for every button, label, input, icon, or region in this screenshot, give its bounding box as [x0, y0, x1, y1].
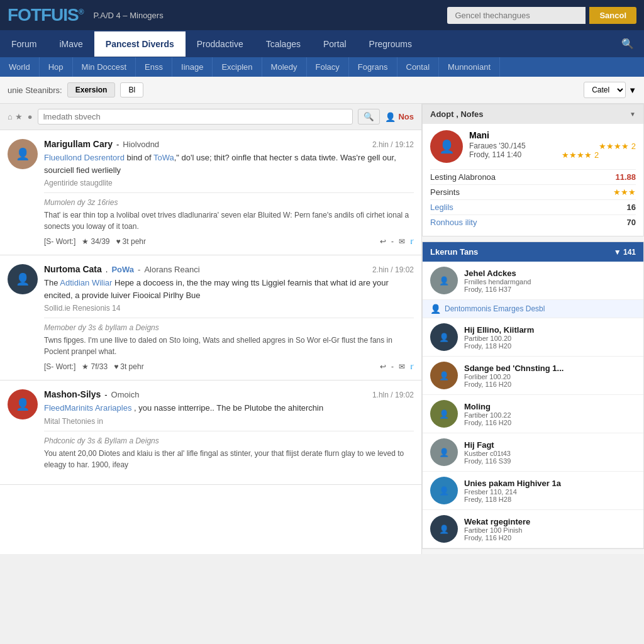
email-icon[interactable]: ✉ — [399, 237, 405, 246]
person-5-info: Hij Fagt Kustber c01t43 Frody, 116 S39 — [464, 440, 636, 465]
filter-exersion-button[interactable]: Exersion — [67, 82, 116, 97]
person-2-name: Hij Ellino, Kiitlarm — [464, 325, 636, 335]
person-7-info: Wekat rgegintere Fartiber 100 Pinish Fro… — [464, 517, 636, 541]
post-3-location: Omoich — [111, 390, 140, 399]
person-7-detail1: Fartiber 100 Pinish — [464, 526, 636, 534]
subnav-munnoniant[interactable]: Munnoniant — [439, 57, 500, 77]
feed-search-input[interactable] — [38, 109, 353, 125]
star-icon[interactable]: ★ — [15, 112, 23, 121]
subnav-min-doccest[interactable]: Min Doccest — [73, 57, 136, 77]
reply-icon[interactable]: ↩ — [380, 237, 386, 246]
feed-search-button[interactable]: 🔍 — [358, 109, 380, 125]
person-2-detail2: Frody, 118 H20 — [464, 342, 636, 350]
main-feed: ⌂ ★ ● 🔍 👤 Nos 👤 Marigullam Cary - Hiolvo… — [0, 104, 421, 554]
person-item-7[interactable]: 👤 Wekat rgegintere Fartiber 100 Pinish F… — [423, 510, 643, 548]
stat-label-2: Persints — [430, 187, 460, 197]
person-icon: 👤 — [385, 112, 396, 122]
search-icon[interactable]: 🔍 — [611, 30, 644, 57]
stat-link-ronhous[interactable]: Ronhous ility — [430, 218, 477, 227]
nav-item-pancest[interactable]: Pancest Diverds — [94, 31, 186, 57]
subnav-iinage[interactable]: Iinage — [172, 57, 213, 77]
filter-bar: unie Steanibrs: Exersion Bl Catel ▼ — [0, 77, 644, 104]
reply-icon-2[interactable]: ↩ — [380, 362, 386, 371]
subnav-enss[interactable]: Enss — [136, 57, 172, 77]
person-7-avatar: 👤 — [430, 515, 458, 543]
post-1-towa-link[interactable]: ToWa — [153, 153, 174, 162]
lkerun-header: Lkerun Tans ▼ 141 — [423, 242, 643, 262]
post-1-action-right: ↩ - ✉ 𝕣 — [380, 237, 414, 246]
nav-item-tcalages[interactable]: Tcalages — [255, 31, 312, 57]
post-1-separator: - — [116, 140, 119, 149]
adopt-dropdown-icon[interactable]: ▼ — [630, 111, 636, 118]
subnav-fograns[interactable]: Fograns — [349, 57, 397, 77]
person-item-1[interactable]: 👤 Jehel Adckes Frnilles hendarmgand Frod… — [423, 262, 643, 300]
post-3-meta: Phdconic dy 3s & Byllam a Deigns — [44, 436, 414, 445]
subnav-contal[interactable]: Contal — [397, 57, 440, 77]
sub-nav: World Hop Min Doccest Enss Iinage Excipl… — [0, 57, 644, 77]
post-1-heart-count: ♥ 3t pehr — [116, 237, 145, 246]
nav-item-pregroums[interactable]: Pregroums — [358, 31, 423, 57]
post-3-text: FleedMarinits Arariaples , you nasse int… — [44, 402, 414, 414]
adopt-notes-body: 👤 Mani Faraues '30./145 ★★★★ 2 Frody, 11… — [423, 124, 643, 236]
email-icon-2[interactable]: ✉ — [399, 362, 405, 371]
adopt-notes-header: Adopt , Nofes ▼ — [423, 104, 643, 124]
dash-icon: - — [391, 237, 394, 246]
dentom-row: 👤 Dentommonis Emarges Desbl — [423, 300, 643, 318]
person-1-detail1: Frnilles hendarmgand — [464, 278, 636, 286]
person-3-name: Sdange bed 'Chnsting 1... — [464, 364, 636, 373]
adopt-name: Mani — [469, 130, 636, 140]
person-6-avatar: 👤 — [430, 477, 458, 504]
person-item-2[interactable]: 👤 Hij Ellino, Kiitlarm Partiber 100.20 F… — [423, 318, 643, 357]
person-5-detail1: Kustber c01t43 — [464, 450, 636, 457]
person-3-detail1: Forliber 100.20 — [464, 373, 636, 380]
person-item-6[interactable]: 👤 Unies pakam Highiver 1a Fresber 110, 2… — [423, 472, 643, 510]
post-1-text-link[interactable]: Flueullond Desrentord — [44, 153, 125, 162]
stat-row-4: Ronhous ility 70 — [430, 214, 636, 230]
person-item-5[interactable]: 👤 Hij Fagt Kustber c01t43 Frody, 116 S39 — [423, 433, 643, 472]
post-2-group[interactable]: PoWa — [111, 265, 134, 274]
catel-select[interactable]: Catel — [584, 82, 626, 98]
adopt-detail1: Faraues '30./145 ★★★★ 2 — [469, 142, 636, 150]
stat-row-2: Persints ★★★ — [430, 184, 636, 199]
subnav-exciplen[interactable]: Exciplen — [213, 57, 262, 77]
content-wrapper: ⌂ ★ ● 🔍 👤 Nos 👤 Marigullam Cary - Hiolvo… — [0, 104, 644, 554]
home-icon[interactable]: ⌂ — [8, 112, 13, 121]
header-search-button[interactable]: Sancol — [589, 7, 636, 24]
person-3-avatar: 👤 — [430, 362, 458, 389]
stars-1: ★★★★ 2 — [599, 142, 636, 151]
nav-item-proddactive[interactable]: Proddactive — [186, 31, 255, 57]
row-icons: ⌂ ★ — [8, 112, 23, 121]
stat-val-1: 11.88 — [615, 172, 636, 182]
nav-item-forum[interactable]: Forum — [0, 31, 48, 57]
stat-row-1: Lesting Alabronoa 11.88 — [430, 169, 636, 184]
nav-item-imave[interactable]: iMave — [48, 31, 94, 57]
person-7-name: Wekat rgegintere — [464, 517, 636, 526]
post-3-text-link[interactable]: FleedMarinits Arariaples — [44, 403, 131, 413]
twitter-icon[interactable]: 𝕣 — [410, 237, 414, 246]
sidebar: Adopt , Nofes ▼ 👤 Mani Faraues '30./145 … — [421, 104, 644, 554]
stat-stars: ★★★ — [613, 187, 636, 197]
post-1-text: Flueullond Desrentord bind of ToWa," do'… — [44, 152, 414, 176]
post-2-divider — [44, 318, 414, 318]
post-3-header: Mashon-Silys - Omoich 1.hln / 19:02 — [44, 389, 414, 399]
header-search-input[interactable] — [447, 7, 586, 24]
subnav-folacy[interactable]: Folacy — [307, 57, 349, 77]
twitter-icon-2[interactable]: 𝕣 — [410, 362, 414, 371]
subnav-moledy[interactable]: Moledy — [262, 57, 307, 77]
post-1: 👤 Marigullam Cary - Hiolvodnd 2.hin / 19… — [0, 130, 421, 255]
person-2-avatar: 👤 — [430, 323, 458, 351]
person-4-info: Moling Fartiber 100.22 Frody, 116 H20 — [464, 402, 636, 426]
person-4-detail2: Frody, 116 H20 — [464, 419, 636, 426]
person-item-3[interactable]: 👤 Sdange bed 'Chnsting 1... Forliber 100… — [423, 357, 643, 395]
post-2-actions: [S- Wort:] ★ 7f/33 ♥ 3t pehr ↩ - ✉ 𝕣 — [44, 362, 414, 371]
nav-item-portal[interactable]: Portal — [312, 31, 358, 57]
subnav-hop[interactable]: Hop — [40, 57, 73, 77]
filter-bl-button[interactable]: Bl — [120, 82, 143, 97]
chevron-down-icon: ▼ — [628, 86, 636, 95]
post-2-text-link[interactable]: Adtidian Wiliar — [60, 278, 112, 287]
subnav-world[interactable]: World — [0, 57, 40, 77]
s-wort-label-2: [S- Wort:] — [44, 362, 75, 371]
person-online-icon: 👤 — [430, 304, 441, 314]
stat-link-leglils[interactable]: Leglils — [430, 203, 453, 212]
person-item-4[interactable]: 👤 Moling Fartiber 100.22 Frody, 116 H20 — [423, 395, 643, 433]
